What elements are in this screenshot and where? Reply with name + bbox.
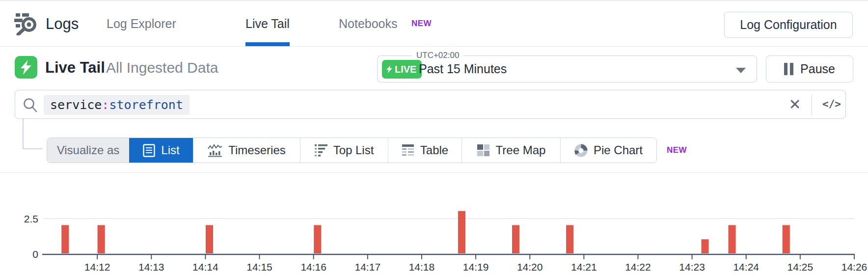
section-divider (0, 172, 868, 173)
svg-text:14:14: 14:14 (192, 261, 218, 273)
visualize-toolbar: Visualize as List Timeseries (47, 138, 657, 163)
viz-timeseries-button[interactable]: Timeseries (193, 138, 300, 163)
page-title: Live Tail (45, 59, 105, 77)
viz-table-button[interactable]: Table (388, 138, 461, 163)
svg-text:14:19: 14:19 (463, 261, 489, 273)
query-field: service (50, 98, 102, 112)
pause-icon (784, 63, 793, 75)
tree-map-icon (477, 144, 490, 157)
time-range-value: Past 15 Minutes (419, 56, 507, 82)
lightning-bolt-icon (20, 60, 32, 75)
viz-pie-chart-button[interactable]: Pie Chart (560, 138, 656, 163)
query-token[interactable]: service:storefront (44, 95, 190, 115)
app-title: Logs (46, 15, 79, 33)
pie-chart-icon (574, 144, 588, 157)
svg-text:14:21: 14:21 (571, 261, 597, 273)
svg-text:14:25: 14:25 (787, 261, 814, 273)
top-list-icon (315, 144, 327, 157)
svg-text:14:23: 14:23 (679, 261, 705, 273)
connector-line (23, 148, 42, 149)
svg-text:14:20: 14:20 (517, 261, 543, 273)
svg-text:14:13: 14:13 (138, 261, 164, 273)
table-icon (402, 144, 414, 157)
code-view-icon[interactable]: </> (818, 90, 845, 119)
tab-notebooks[interactable]: Notebooks (339, 1, 398, 46)
clear-search-icon[interactable]: ✕ (787, 90, 803, 119)
active-tab-underline (245, 42, 290, 46)
viz-list-button[interactable]: List (129, 138, 193, 163)
live-tail-page: Logs Log Explorer Live Tail Notebooks NE… (0, 0, 868, 276)
notebooks-new-badge: NEW (411, 19, 432, 28)
logs-icon (14, 13, 38, 35)
search-bar-divider (812, 94, 812, 115)
bar-chart: 02.514:1214:1314:1414:1514:1614:1714:181… (0, 178, 868, 276)
chevron-down-icon (736, 68, 746, 73)
query-value: storefront (109, 98, 183, 112)
list-icon (143, 144, 155, 157)
log-configuration-button[interactable]: Log Configuration (724, 12, 853, 38)
query-separator: : (102, 98, 109, 112)
viz-tree-map-button[interactable]: Tree Map (461, 138, 560, 163)
tab-log-explorer[interactable]: Log Explorer (107, 1, 176, 46)
svg-text:14:22: 14:22 (625, 261, 651, 273)
tab-live-tail[interactable]: Live Tail (245, 1, 290, 46)
search-icon (22, 97, 38, 113)
svg-text:2.5: 2.5 (24, 213, 38, 224)
top-nav: Logs Log Explorer Live Tail Notebooks NE… (0, 0, 868, 47)
logs-logo[interactable]: Logs (14, 13, 79, 35)
visualize-as-label: Visualize as (47, 138, 129, 163)
log-search-bar[interactable]: service:storefront ✕ </> (15, 90, 846, 119)
pause-button[interactable]: Pause (766, 55, 853, 83)
timeseries-icon (208, 144, 222, 157)
connector-line (23, 119, 24, 149)
live-badge: LIVE (382, 60, 422, 79)
live-tail-icon (15, 56, 37, 79)
page-subtitle: All Ingested Data (106, 59, 218, 76)
viz-top-list-button[interactable]: Top List (300, 138, 388, 163)
svg-text:14:16: 14:16 (300, 261, 326, 273)
svg-text:0: 0 (32, 248, 38, 260)
pie-chart-new-badge: NEW (667, 145, 687, 155)
svg-text:14:15: 14:15 (246, 261, 272, 273)
svg-text:14:18: 14:18 (409, 261, 435, 273)
svg-text:14:17: 14:17 (355, 261, 381, 273)
svg-text:14:24: 14:24 (733, 261, 759, 273)
svg-text:14:12: 14:12 (84, 261, 110, 273)
time-range-picker[interactable]: UTC+02:00 LIVE Past 15 Minutes (377, 55, 757, 83)
log-volume-chart[interactable]: 02.514:1214:1314:1414:1514:1614:1714:181… (0, 178, 868, 276)
lightning-bolt-icon (386, 65, 393, 74)
svg-text:14:26: 14:26 (841, 261, 868, 273)
